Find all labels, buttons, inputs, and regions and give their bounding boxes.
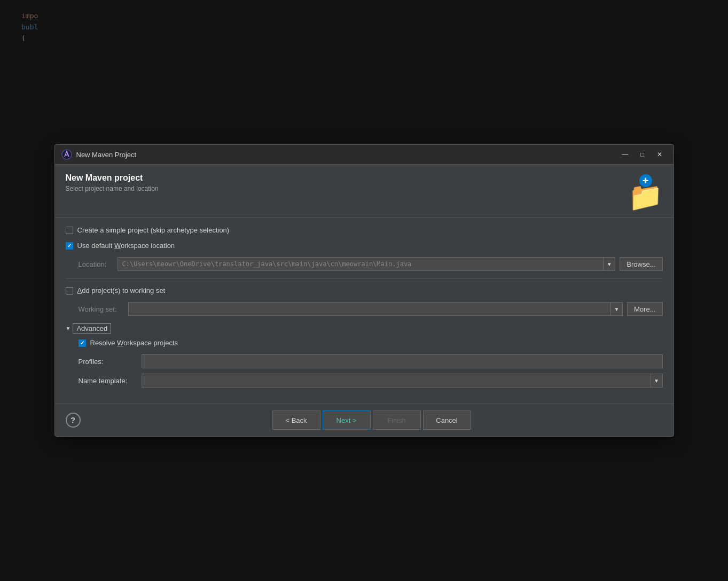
dialog-overlay: New Maven Project — □ ✕ New Maven projec… <box>0 0 728 581</box>
dialog-main-title: New Maven project <box>66 173 159 183</box>
folder-icon: 📁 <box>628 183 663 211</box>
profiles-row: Profiles: <box>66 354 663 368</box>
location-dropdown-button[interactable]: ▼ <box>604 257 615 271</box>
use-default-workspace-wrap[interactable]: ✓ Use default Workspace location <box>66 242 175 250</box>
working-set-input[interactable] <box>128 302 612 316</box>
browse-button[interactable]: Browse... <box>620 257 662 271</box>
minimize-button[interactable]: — <box>618 149 633 160</box>
new-maven-project-dialog: New Maven Project — □ ✕ New Maven projec… <box>54 144 674 437</box>
help-button[interactable]: ? <box>66 413 81 428</box>
working-set-label: Working set: <box>79 305 124 313</box>
collapse-arrow-icon: ▼ <box>66 326 71 331</box>
dialog-header-icon: + 📁 <box>620 173 663 211</box>
use-default-workspace-label: Use default Workspace location <box>77 242 175 250</box>
name-template-dropdown-button[interactable]: ▼ <box>651 374 663 388</box>
profiles-input[interactable] <box>142 354 663 368</box>
cancel-button[interactable]: Cancel <box>423 410 471 430</box>
location-label: Location: <box>79 260 113 268</box>
add-working-set-label: Add project(s) to working set <box>77 286 166 295</box>
dialog-header: New Maven project Select project name an… <box>55 165 674 218</box>
divider-1 <box>66 278 663 279</box>
close-button[interactable]: ✕ <box>652 149 667 160</box>
dialog-subtitle: Select project name and location <box>66 185 159 192</box>
add-working-set-checkbox[interactable] <box>66 287 73 295</box>
resolve-workspace-wrap[interactable]: ✓ Resolve Workspace projects <box>79 339 178 347</box>
create-simple-project-checkbox[interactable] <box>66 227 73 234</box>
maximize-button[interactable]: □ <box>635 149 650 160</box>
location-input[interactable] <box>118 257 604 271</box>
create-simple-project-label: Create a simple project (skip archetype … <box>77 226 230 234</box>
location-row: Location: ▼ Browse... <box>66 257 663 271</box>
name-template-input[interactable] <box>142 374 651 388</box>
name-template-wrap: ▼ <box>142 374 663 388</box>
maven-icon <box>61 149 72 160</box>
create-simple-project-row: Create a simple project (skip archetype … <box>66 226 663 234</box>
resolve-workspace-label: Resolve Workspace projects <box>90 339 178 347</box>
dialog-title: New Maven Project <box>76 151 614 159</box>
check-icon: ✓ <box>67 243 72 249</box>
profiles-label: Profiles: <box>79 358 137 366</box>
advanced-header[interactable]: ▼ Advanced <box>66 323 663 334</box>
name-template-row: Name template: ▼ <box>66 374 663 388</box>
resolve-workspace-checkbox[interactable]: ✓ <box>79 339 86 347</box>
add-working-set-wrap[interactable]: Add project(s) to working set <box>66 286 166 295</box>
resolve-workspace-row: ✓ Resolve Workspace projects <box>66 339 663 347</box>
finish-button[interactable]: Finish <box>373 410 421 430</box>
title-bar-controls: — □ ✕ <box>618 149 667 160</box>
location-input-wrap: ▼ <box>118 257 616 271</box>
title-bar: New Maven Project — □ ✕ <box>55 145 674 165</box>
working-set-dropdown-button[interactable]: ▼ <box>611 302 623 316</box>
dialog-header-text: New Maven project Select project name an… <box>66 173 159 192</box>
next-button[interactable]: Next > <box>323 410 371 430</box>
advanced-label: Advanced <box>73 323 111 334</box>
add-working-set-row: Add project(s) to working set <box>66 286 663 295</box>
working-set-input-wrap: ▼ <box>128 302 623 316</box>
dialog-footer: ? < Back Next > Finish Cancel <box>55 404 674 436</box>
use-default-workspace-checkbox[interactable]: ✓ <box>66 242 73 250</box>
footer-buttons: < Back Next > Finish Cancel <box>81 410 663 430</box>
back-button[interactable]: < Back <box>272 410 320 430</box>
advanced-section: ▼ Advanced ✓ Resolve Workspace projects … <box>66 323 663 388</box>
more-button[interactable]: More... <box>627 302 662 316</box>
working-set-row: Working set: ▼ More... <box>66 302 663 316</box>
name-template-label: Name template: <box>79 377 137 385</box>
use-default-workspace-row: ✓ Use default Workspace location <box>66 242 663 250</box>
create-simple-project-checkbox-wrap[interactable]: Create a simple project (skip archetype … <box>66 226 230 234</box>
resolve-check-icon: ✓ <box>80 340 84 346</box>
dialog-body: Create a simple project (skip archetype … <box>55 218 674 404</box>
